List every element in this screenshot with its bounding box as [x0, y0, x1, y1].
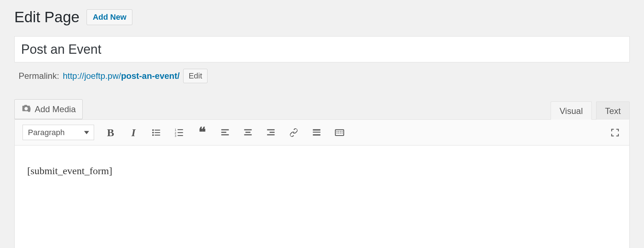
bulleted-list-icon	[151, 128, 161, 138]
editor-box: Paragraph B I 123 ❝	[14, 119, 630, 248]
permalink-edit-button[interactable]: Edit	[183, 69, 208, 83]
svg-rect-23	[313, 129, 321, 131]
svg-rect-25	[313, 132, 321, 133]
svg-rect-29	[338, 131, 339, 132]
svg-rect-16	[221, 134, 229, 135]
svg-rect-27	[335, 130, 343, 135]
svg-rect-15	[221, 132, 226, 133]
bulleted-list-button[interactable]	[150, 126, 163, 139]
svg-rect-28	[337, 131, 337, 132]
read-more-button[interactable]	[310, 126, 323, 139]
permalink-base: http://joeftp.pw/	[63, 71, 121, 81]
svg-rect-33	[338, 133, 339, 133]
svg-rect-5	[155, 132, 160, 133]
svg-rect-14	[221, 129, 229, 130]
add-new-button[interactable]: Add New	[87, 9, 132, 25]
svg-rect-11	[177, 132, 183, 133]
editor-mode-tabs: Visual Text	[551, 101, 630, 119]
svg-text:3: 3	[175, 134, 176, 138]
editor-toolbar: Paragraph B I 123 ❝	[15, 120, 629, 146]
link-button[interactable]	[287, 126, 300, 139]
align-right-button[interactable]	[264, 126, 277, 139]
svg-rect-26	[313, 134, 321, 136]
align-right-icon	[266, 128, 276, 138]
svg-point-6	[152, 134, 154, 136]
page-heading: Edit Page	[14, 9, 79, 25]
editor-content-area[interactable]: [submit_event_form]	[15, 146, 629, 248]
svg-rect-31	[342, 131, 342, 132]
svg-rect-34	[340, 133, 341, 133]
svg-rect-20	[267, 129, 275, 130]
svg-rect-21	[270, 132, 275, 133]
svg-point-4	[152, 132, 154, 134]
camera-music-icon	[21, 103, 31, 115]
svg-point-2	[152, 129, 154, 131]
align-center-icon	[243, 128, 253, 138]
svg-rect-7	[155, 135, 160, 135]
permalink-slug: post-an-event/	[121, 71, 180, 81]
add-media-label: Add Media	[35, 104, 76, 114]
numbered-list-button[interactable]: 123	[173, 126, 186, 139]
fullscreen-button[interactable]	[609, 126, 621, 139]
tab-text[interactable]: Text	[596, 101, 630, 120]
italic-button[interactable]: I	[127, 126, 140, 139]
svg-rect-18	[245, 132, 250, 133]
keyboard-icon	[335, 128, 345, 138]
blockquote-button[interactable]: ❝	[196, 126, 209, 139]
permalink-label: Permalink:	[19, 71, 59, 81]
svg-rect-30	[340, 131, 341, 132]
page-title-input[interactable]	[14, 36, 630, 62]
align-left-button[interactable]	[219, 126, 231, 139]
svg-rect-35	[342, 133, 342, 133]
add-media-button[interactable]: Add Media	[14, 99, 83, 119]
toolbar-toggle-button[interactable]	[333, 126, 346, 139]
svg-rect-9	[177, 129, 183, 130]
read-more-icon	[312, 128, 322, 138]
numbered-list-icon: 123	[174, 128, 184, 138]
svg-rect-3	[155, 130, 160, 130]
format-select[interactable]: Paragraph	[23, 125, 94, 140]
align-left-icon	[220, 128, 230, 138]
permalink-url[interactable]: http://joeftp.pw/post-an-event/	[63, 71, 180, 81]
svg-rect-17	[244, 129, 252, 130]
svg-rect-19	[244, 134, 252, 135]
svg-rect-13	[177, 135, 183, 136]
align-center-button[interactable]	[241, 126, 254, 139]
tab-visual[interactable]: Visual	[551, 101, 592, 120]
svg-rect-1	[30, 108, 30, 110]
svg-rect-22	[267, 134, 275, 135]
bold-button[interactable]: B	[104, 126, 117, 139]
fullscreen-icon	[610, 128, 620, 138]
permalink-row: Permalink: http://joeftp.pw/post-an-even…	[19, 69, 630, 83]
link-icon	[289, 128, 299, 138]
svg-rect-32	[337, 133, 337, 133]
